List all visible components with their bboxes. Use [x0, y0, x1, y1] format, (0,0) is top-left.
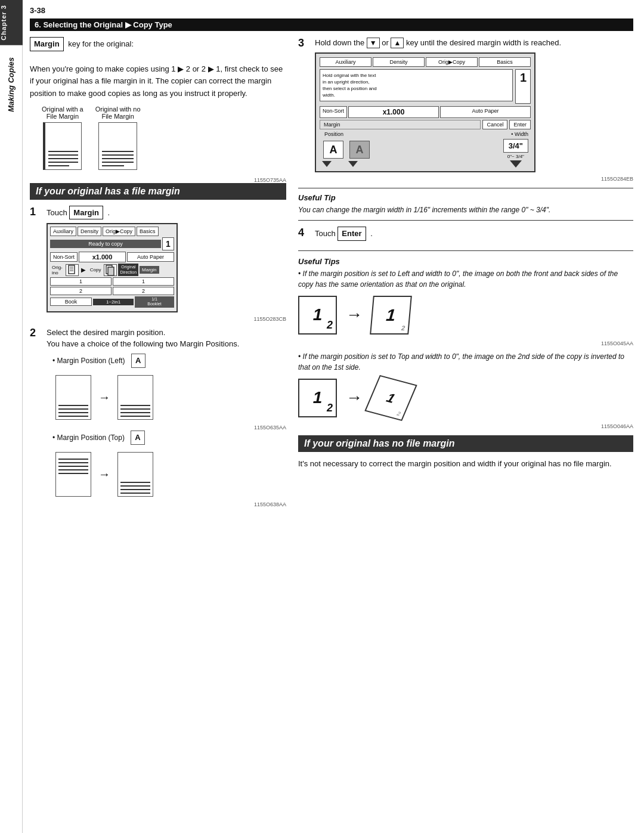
screen2-cancel[interactable]: Cancel [482, 120, 507, 129]
useful-tip-2-tip1: If the margin position is set to Left an… [298, 268, 633, 290]
screen2-tri-down[interactable] [322, 161, 332, 167]
paper-line [48, 158, 78, 159]
step-2: 2 Select the desired margin position. Yo… [30, 327, 286, 507]
step-1-touch: Touch [47, 208, 67, 217]
paper-line [48, 165, 69, 166]
step-3: 3 Hold down the ▼ or ▲ key until the des… [298, 37, 633, 182]
screen-booklet[interactable]: 1/1Booklet [135, 296, 174, 308]
screen-copy-icon [104, 264, 117, 276]
screen2-tri-down3[interactable] [510, 160, 522, 168]
num-1-large: 1 [313, 305, 323, 324]
screen2-range: 0"~ 3/4" [507, 154, 524, 159]
useful-tips-2-title: Useful Tips [298, 257, 633, 266]
screen2-autopaper[interactable]: Auto Paper [440, 106, 531, 118]
screen-ready-label: Ready to copy [50, 240, 161, 248]
paper-line [48, 151, 78, 152]
section-header: 6. Selecting the Original ▶ Copy Type [30, 18, 633, 31]
original-paper-no-margin [98, 122, 137, 170]
screen-autopaper[interactable]: Auto Paper [127, 252, 174, 262]
screen-tab-auxiliary[interactable]: Auxiliary [50, 227, 76, 236]
margin-pos-left-item: • Margin Position (Left) A [52, 354, 286, 368]
num-3-small: 2 [327, 402, 333, 414]
sidebar: Chapter 3 Making Copies [0, 0, 23, 833]
original-paper-margin [43, 122, 82, 170]
screen2-tab-basics[interactable]: Basics [479, 57, 531, 67]
screen2-pos-width-row: Position • Width [320, 131, 531, 137]
screen-nonsort[interactable]: Non-Sort [50, 252, 78, 262]
step-4-text: Touch Enter . [315, 227, 633, 241]
screen-tab-basics[interactable]: Basics [137, 227, 159, 236]
num-4-small: 2 [396, 410, 402, 417]
screen2-tabs: Auxiliary Density Orig▶Copy Basics [320, 57, 531, 67]
paper-left-margin-before [55, 375, 91, 420]
margin-pos-left-label: • Margin Position (Left) [52, 357, 125, 365]
screen-tab-origcopy[interactable]: Orig▶Copy [103, 227, 135, 236]
num-box-3: 1 2 [298, 379, 337, 417]
step-3-content: Hold down the ▼ or ▲ key until the desir… [315, 37, 633, 182]
screen2-tab-density[interactable]: Density [373, 57, 425, 67]
num-arrow-2: → [346, 388, 363, 407]
img-ref-2: 1155O283CB [47, 316, 286, 322]
screen2-a-btns-row: A A [320, 139, 531, 168]
screen2-a-btn-left[interactable]: A [323, 141, 343, 159]
step-2-content: Select the desired margin position. You … [47, 327, 286, 507]
copier-screen-1: Auxiliary Density Orig▶Copy Basics Ready… [47, 223, 178, 312]
page-number: 3-38 [30, 6, 633, 15]
screen2-top-area: Hold original with the textin an upright… [320, 69, 531, 104]
no-margin-text: It's not necessary to correct the margin… [298, 458, 633, 470]
screen-copy-label: Copy [88, 267, 103, 273]
screen2-tri-down2[interactable] [348, 161, 358, 167]
paper-left-margin-after [117, 375, 153, 420]
useful-tip-1-title: Useful Tip [298, 193, 633, 202]
useful-tips-2: Useful Tips If the margin position is se… [298, 257, 633, 290]
paper-top-margin-after [117, 452, 153, 497]
original-no-margin-label: Original with noFile Margin [95, 106, 141, 120]
letter-a-left: A [131, 354, 145, 368]
step-1-text: Touch Margin . [47, 206, 286, 220]
useful-tip-1-text: You can change the margin width in 1/16"… [298, 205, 633, 215]
paper-lines-2 [102, 151, 134, 166]
up-key: ▲ [391, 38, 404, 48]
arrow-right-1: → [98, 391, 110, 404]
originals-row: Original with aFile Margin [42, 106, 286, 170]
margin-pos-top-item: • Margin Position (Top) A [52, 431, 286, 445]
step-1: 1 Touch Margin . Auxiliary Densi [30, 206, 286, 322]
step-1-num: 1 [30, 206, 42, 218]
original-no-margin: Original with noFile Margin [95, 106, 141, 170]
img-ref-6: 1155O045AA [298, 340, 633, 346]
step-1-margin-key: Margin [69, 206, 103, 220]
img-ref-1: 1155O735AA [30, 177, 286, 183]
step-4-num: 4 [298, 227, 310, 239]
screen2-a-btn-right[interactable]: A [349, 141, 370, 159]
making-copies-label: Making Copies [7, 51, 16, 118]
screen-counter: 1 [162, 237, 174, 250]
screen-book[interactable]: Book [50, 298, 92, 306]
screen2-margin-label: Margin [320, 120, 481, 129]
num-2-small: 2 [401, 324, 405, 332]
screen-nums-row1: 1 1 [50, 277, 174, 286]
num-arrow-1: → [346, 305, 363, 324]
screen2-tab-aux[interactable]: Auxiliary [320, 57, 371, 67]
screen-margin-btn[interactable]: Margin [140, 266, 159, 274]
paper-line [48, 162, 78, 163]
screen-2in1[interactable]: 1~2in1 [93, 299, 134, 305]
no-margin-section-title: If your original has no file margin [298, 435, 633, 452]
num-3-large: 1 [313, 388, 323, 407]
screen2-nonsort[interactable]: Non-Sort [320, 106, 347, 118]
screen2-tab-origcopy[interactable]: Orig▶Copy [426, 57, 478, 67]
step-3-num: 3 [298, 37, 310, 49]
paper-line [102, 151, 134, 152]
useful-tip-2-tip2: If the margin position is set to Top and… [298, 351, 633, 373]
useful-tip-1: Useful Tip You can change the margin wid… [298, 188, 633, 221]
screen-orig-copy-row: Orig-ino ▶ Copy OriginalDirection [50, 264, 174, 276]
section-title-margin: If your original has a file margin [30, 183, 286, 200]
step-4-dot: . [370, 229, 373, 238]
margin-pos-top-label: • Margin Position (Top) [52, 433, 125, 442]
num-diagram-1: 1 2 → 1 2 [298, 296, 633, 335]
num-diagram-2: 1 2 → 1 2 [298, 379, 633, 417]
intro-text-2: When you're going to make copies using 1… [30, 64, 283, 97]
intro-text-1: key for the original: [68, 39, 134, 48]
screen2-pos-label: Position [322, 131, 346, 137]
screen-tab-density[interactable]: Density [78, 227, 101, 236]
screen2-enter[interactable]: Enter [509, 120, 531, 129]
